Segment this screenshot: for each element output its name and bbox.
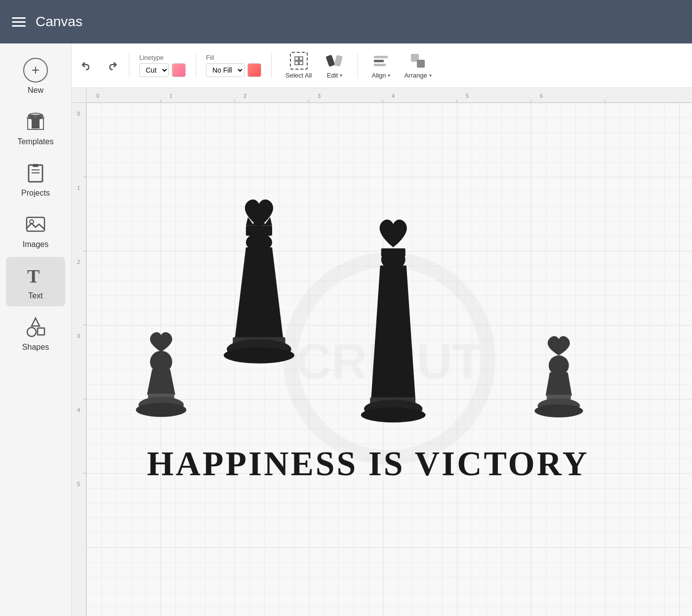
arrange-icon <box>409 52 427 70</box>
topbar: Canvas <box>0 0 692 43</box>
sidebar-new-label: New <box>28 86 43 95</box>
svg-rect-5 <box>33 164 39 167</box>
svg-text:2: 2 <box>77 259 80 265</box>
edit-label: Edit <box>327 72 338 79</box>
fill-label: Fill <box>206 54 214 61</box>
svg-text:1: 1 <box>169 93 172 99</box>
edit-icon <box>326 52 343 70</box>
arrange-button[interactable]: Arrange ▾ <box>400 50 435 81</box>
svg-text:6: 6 <box>540 93 543 99</box>
linetype-select[interactable]: Cut <box>139 63 169 77</box>
svg-rect-16 <box>334 55 343 67</box>
divider-4 <box>357 53 358 78</box>
svg-rect-14 <box>299 61 303 65</box>
align-label: Align <box>371 72 386 79</box>
fill-dropdown: No Fill <box>206 63 261 77</box>
svg-text:5: 5 <box>77 481 80 487</box>
svg-text:T: T <box>27 266 40 287</box>
divider-1 <box>129 53 129 78</box>
undo-button[interactable] <box>80 57 97 75</box>
divider-3 <box>271 53 272 78</box>
svg-rect-15 <box>326 55 335 67</box>
linetype-label: Linetype <box>139 54 163 61</box>
svg-rect-19 <box>374 64 386 66</box>
svg-rect-11 <box>295 57 298 60</box>
svg-rect-18 <box>374 60 384 62</box>
svg-text:4: 4 <box>392 93 395 99</box>
select-all-button[interactable]: Select All <box>282 50 316 81</box>
select-all-icon <box>290 52 308 70</box>
ruler-corner <box>72 88 86 103</box>
svg-rect-21 <box>417 60 425 68</box>
svg-text:4: 4 <box>77 407 80 413</box>
main-layout: + New Templates <box>0 43 692 616</box>
toolbar: Linetype Cut Fill No Fill <box>72 43 692 88</box>
svg-text:5: 5 <box>466 93 469 99</box>
svg-rect-6 <box>27 217 44 231</box>
svg-rect-12 <box>299 57 303 60</box>
svg-point-66 <box>534 404 583 417</box>
arrange-chevron-icon: ▾ <box>429 73 432 78</box>
svg-text:1: 1 <box>77 185 80 191</box>
edit-chevron-icon: ▾ <box>340 73 342 78</box>
fill-group: Fill No Fill <box>206 54 261 77</box>
chess-artwork: HAPPINESS IS VICTORY <box>86 103 692 616</box>
svg-text:0: 0 <box>96 93 99 99</box>
svg-rect-10 <box>38 328 44 335</box>
align-icon <box>372 52 390 70</box>
align-button[interactable]: Align ▾ <box>367 50 394 81</box>
svg-text:2: 2 <box>244 93 246 99</box>
sidebar-item-images[interactable]: Images <box>6 205 65 255</box>
new-icon-wrapper: + <box>23 57 48 83</box>
sidebar-images-label: Images <box>23 240 48 249</box>
ruler-top: 0 1 2 3 4 5 6 <box>86 88 692 103</box>
hamburger-menu-button[interactable] <box>12 17 26 27</box>
svg-text:0: 0 <box>77 111 80 117</box>
redo-button[interactable] <box>101 57 119 75</box>
svg-point-57 <box>224 347 294 364</box>
images-icon <box>23 211 48 237</box>
templates-icon <box>23 109 48 134</box>
fill-select[interactable]: No Fill <box>206 63 244 77</box>
undo-redo-group <box>80 57 119 75</box>
svg-rect-59 <box>381 248 406 256</box>
text-icon: T <box>23 263 48 288</box>
sidebar: + New Templates <box>0 43 72 616</box>
linetype-dropdown: Cut <box>139 63 186 77</box>
sidebar-item-text[interactable]: T Text <box>6 257 65 306</box>
svg-rect-17 <box>374 56 388 58</box>
linetype-color-swatch[interactable] <box>172 63 186 77</box>
select-all-label: Select All <box>285 72 312 79</box>
sidebar-templates-label: Templates <box>18 137 54 146</box>
shapes-icon <box>23 314 48 340</box>
linetype-group: Linetype Cut <box>139 54 186 77</box>
sidebar-item-templates[interactable]: Templates <box>6 103 65 152</box>
canvas-grid[interactable]: CRICUT <box>86 103 692 616</box>
svg-point-9 <box>27 328 36 336</box>
svg-text:3: 3 <box>77 333 80 339</box>
edit-button[interactable]: Edit ▾ <box>322 50 347 81</box>
canvas-area[interactable]: 0 1 2 3 4 5 6 <box>72 88 692 616</box>
svg-text:3: 3 <box>318 93 321 99</box>
right-side: Linetype Cut Fill No Fill <box>72 43 692 616</box>
sidebar-item-new[interactable]: + New <box>6 51 65 101</box>
align-chevron-icon: ▾ <box>388 73 390 78</box>
fill-color-swatch[interactable] <box>247 63 261 77</box>
sidebar-shapes-label: Shapes <box>22 343 49 352</box>
sidebar-projects-label: Projects <box>21 189 50 198</box>
sidebar-item-projects[interactable]: Projects <box>6 154 65 204</box>
app-title: Canvas <box>36 14 82 30</box>
arrange-label: Arrange <box>404 72 427 79</box>
svg-point-52 <box>136 403 186 417</box>
ruler-left: 0 1 2 3 4 5 <box>72 103 86 616</box>
sidebar-item-shapes[interactable]: Shapes <box>6 308 65 358</box>
projects-icon <box>23 160 48 186</box>
svg-rect-13 <box>295 61 298 65</box>
divider-2 <box>196 53 196 78</box>
sidebar-text-label: Text <box>28 291 42 300</box>
svg-point-62 <box>361 408 426 423</box>
new-plus-icon: + <box>23 58 48 82</box>
svg-text:HAPPINESS IS VICTORY: HAPPINESS IS VICTORY <box>147 445 589 483</box>
